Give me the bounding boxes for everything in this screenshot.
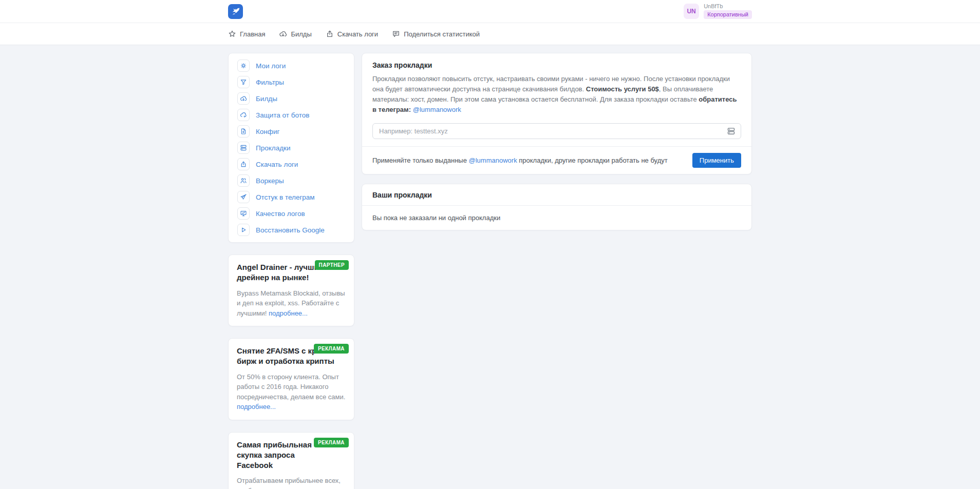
sidebar-item-label: Скачать логи — [256, 161, 298, 168]
order-proxy-card: Заказ прокладки Прокладки позволяют повы… — [362, 53, 752, 174]
chat-icon — [392, 30, 400, 38]
sidebar-item-label: Качество логов — [256, 210, 305, 218]
hint-text: прокладки, другие прокладки работать не … — [517, 157, 668, 164]
file-plus-icon — [237, 125, 250, 138]
cloud-star-icon — [237, 109, 250, 121]
sidebar-item-download-logs[interactable]: Скачать логи — [229, 156, 354, 172]
username: UnBfTb — [704, 4, 752, 9]
nav-item-builds[interactable]: Билды — [279, 30, 311, 38]
ad-more-link[interactable]: подробнее... — [237, 403, 276, 410]
ad-more-link[interactable]: подробнее... — [269, 309, 308, 317]
gear-icon — [237, 60, 250, 72]
sidebar-item-label: Защита от ботов — [256, 111, 309, 119]
ad-badge: РЕКЛАМА — [314, 344, 349, 354]
sidebar-item-restore-google[interactable]: Восстановить Google — [229, 222, 354, 238]
sidebar-item-label: Отстук в телеграм — [256, 193, 315, 201]
nav-item-home[interactable]: Главная — [228, 30, 265, 38]
server-icon[interactable] — [727, 127, 736, 135]
ad-text: Bypass Metamask Blockaid, отзывы и деп н… — [237, 288, 346, 319]
server-icon — [237, 142, 250, 154]
your-proxies-title: Ваши прокладки — [362, 184, 751, 206]
telegram-link[interactable]: @lummanowork — [469, 157, 517, 164]
sidebar-item-label: Восстановить Google — [256, 226, 325, 234]
nav-label: Главная — [240, 30, 265, 38]
sidebar-item-builds[interactable]: Билды — [229, 90, 354, 107]
order-description: Прокладки позволяют повысить отстук, нас… — [372, 74, 741, 115]
sidebar-item-label: Фильтры — [256, 79, 284, 86]
sidebar-item-filters[interactable]: Фильтры — [229, 74, 354, 90]
nav-label: Поделиться статистикой — [404, 30, 480, 38]
ad-badge: РЕКЛАМА — [314, 438, 349, 447]
nav-item-download-logs[interactable]: Скачать логи — [326, 30, 378, 38]
order-card-footer: Применяйте только выданные @lummanowork … — [362, 146, 751, 174]
paper-plane-icon — [237, 191, 250, 203]
ad-text-body: Отрабатываем прибыльнее всех, подбираем … — [237, 477, 342, 489]
hummingbird-logo[interactable] — [228, 4, 243, 19]
top-header: UN UnBfTb Корпоративный — [0, 0, 980, 23]
desc-price: Стоимость услуги 50$ — [586, 85, 659, 93]
sidebar-menu: Мои логи Фильтры Билды — [228, 53, 354, 243]
cloud-download-icon — [237, 92, 250, 105]
ad-card-angel-drainer: ПАРТНЕР Angel Drainer - лучший дрейнер н… — [228, 255, 354, 326]
upload-icon — [237, 158, 250, 170]
nav-item-share-stats[interactable]: Поделиться статистикой — [392, 30, 480, 38]
star-icon — [228, 30, 236, 38]
apply-hint: Применяйте только выданные @lummanowork … — [372, 157, 668, 164]
upload-icon — [326, 30, 334, 38]
sidebar-item-bot-protection[interactable]: Защита от ботов — [229, 107, 354, 123]
partner-badge: ПАРТНЕР — [315, 260, 349, 270]
sidebar-item-label: Билды — [256, 95, 277, 103]
bird-icon — [230, 6, 241, 17]
sidebar-item-label: Мои логи — [256, 62, 286, 70]
play-icon — [237, 224, 250, 236]
ad-card-2fa-removal: РЕКЛАМА Снятие 2FA/SMS с крипто-бирж и о… — [228, 338, 354, 420]
users-icon — [237, 174, 250, 187]
your-proxies-card: Ваши прокладки Вы пока не заказали ни од… — [362, 184, 752, 230]
ad-text: Отрабатываем прибыльнее всех, подбираем … — [237, 476, 346, 489]
apply-button[interactable]: Применить — [692, 153, 741, 168]
cloud-download-icon — [279, 30, 287, 38]
nav-label: Скачать логи — [337, 30, 378, 38]
sidebar-item-log-quality[interactable]: Качество логов — [229, 205, 354, 222]
empty-state-text: Вы пока не заказали ни одной прокладки — [362, 206, 751, 230]
ad-text: От 50% в сторону клиента. Опыт работы с … — [237, 372, 346, 412]
sidebar-item-my-logs[interactable]: Мои логи — [229, 57, 354, 74]
ad-text-body: От 50% в сторону клиента. Опыт работы с … — [237, 373, 345, 401]
sidebar-item-telegram-notify[interactable]: Отстук в телеграм — [229, 189, 354, 205]
plan-badge: Корпоративный — [704, 10, 752, 19]
ad-title: Самая прибыльная скупка запроса Facebook — [237, 440, 323, 471]
proxy-domain-input[interactable] — [372, 123, 741, 139]
user-menu[interactable]: UN UnBfTb Корпоративный — [684, 4, 752, 19]
sidebar-item-proxies[interactable]: Прокладки — [229, 140, 354, 156]
sidebar-item-config[interactable]: Конфиг — [229, 123, 354, 140]
main-navbar: Главная Билды Скачать логи Поделиться ст… — [0, 23, 980, 45]
sidebar-item-label: Воркеры — [256, 177, 284, 185]
funnel-icon — [237, 76, 250, 88]
monitor-icon — [237, 207, 250, 220]
content-area: Мои логи Фильтры Билды — [0, 45, 980, 489]
nav-label: Билды — [291, 30, 311, 38]
sidebar-item-label: Прокладки — [256, 144, 291, 152]
ad-card-facebook-buyout: РЕКЛАМА Самая прибыльная скупка запроса … — [228, 432, 354, 489]
avatar[interactable]: UN — [684, 4, 699, 19]
sidebar-item-label: Конфиг — [256, 128, 279, 135]
order-card-title: Заказ прокладки — [372, 61, 741, 69]
telegram-link[interactable]: @lummanowork — [413, 106, 461, 113]
hint-text: Применяйте только выданные — [372, 157, 469, 164]
sidebar-item-workers[interactable]: Воркеры — [229, 172, 354, 189]
